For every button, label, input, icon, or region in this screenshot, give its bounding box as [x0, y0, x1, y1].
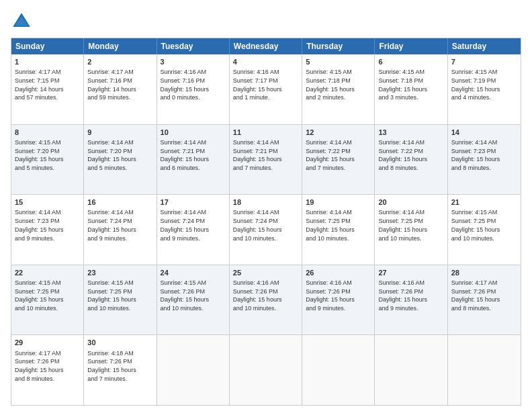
day-cell-24: 24Sunrise: 4:15 AM Sunset: 7:26 PM Dayli…: [157, 265, 230, 335]
calendar-row-1: 1Sunrise: 4:17 AM Sunset: 7:15 PM Daylig…: [11, 54, 521, 124]
day-info: Sunrise: 4:17 AM Sunset: 7:26 PM Dayligh…: [15, 350, 64, 382]
empty-cell: [375, 335, 447, 405]
calendar-row-2: 8Sunrise: 4:15 AM Sunset: 7:20 PM Daylig…: [11, 124, 521, 195]
day-number: 22: [15, 268, 80, 277]
day-number: 17: [161, 197, 226, 207]
day-info: Sunrise: 4:14 AM Sunset: 7:23 PM Dayligh…: [451, 139, 500, 171]
calendar-row-5: 29Sunrise: 4:17 AM Sunset: 7:26 PM Dayli…: [11, 334, 521, 405]
logo: [11, 11, 35, 32]
day-info: Sunrise: 4:17 AM Sunset: 7:26 PM Dayligh…: [451, 279, 500, 312]
day-info: Sunrise: 4:17 AM Sunset: 7:15 PM Dayligh…: [15, 68, 64, 101]
day-info: Sunrise: 4:14 AM Sunset: 7:24 PM Dayligh…: [87, 209, 136, 241]
day-number: 5: [306, 57, 371, 66]
day-info: Sunrise: 4:15 AM Sunset: 7:26 PM Dayligh…: [161, 279, 210, 312]
day-cell-11: 11Sunrise: 4:14 AM Sunset: 7:21 PM Dayli…: [230, 125, 302, 195]
day-cell-25: 25Sunrise: 4:16 AM Sunset: 7:26 PM Dayli…: [230, 265, 302, 335]
day-number: 26: [306, 268, 371, 277]
day-info: Sunrise: 4:15 AM Sunset: 7:18 PM Dayligh…: [306, 68, 355, 101]
header-day-monday: Monday: [84, 38, 157, 54]
day-cell-2: 2Sunrise: 4:17 AM Sunset: 7:16 PM Daylig…: [84, 54, 157, 124]
day-info: Sunrise: 4:16 AM Sunset: 7:26 PM Dayligh…: [378, 279, 427, 312]
day-cell-18: 18Sunrise: 4:14 AM Sunset: 7:24 PM Dayli…: [230, 195, 302, 265]
day-cell-21: 21Sunrise: 4:15 AM Sunset: 7:25 PM Dayli…: [448, 195, 521, 265]
day-number: 20: [378, 197, 443, 207]
day-info: Sunrise: 4:14 AM Sunset: 7:24 PM Dayligh…: [233, 209, 282, 241]
empty-cell: [230, 335, 302, 405]
calendar-row-3: 15Sunrise: 4:14 AM Sunset: 7:23 PM Dayli…: [11, 194, 521, 265]
day-number: 16: [87, 197, 152, 207]
day-number: 11: [233, 128, 298, 137]
day-info: Sunrise: 4:15 AM Sunset: 7:25 PM Dayligh…: [451, 209, 500, 241]
header-day-tuesday: Tuesday: [157, 38, 230, 54]
day-info: Sunrise: 4:14 AM Sunset: 7:25 PM Dayligh…: [378, 209, 427, 241]
day-cell-27: 27Sunrise: 4:16 AM Sunset: 7:26 PM Dayli…: [375, 265, 447, 335]
day-number: 28: [451, 268, 517, 277]
day-cell-7: 7Sunrise: 4:15 AM Sunset: 7:19 PM Daylig…: [448, 54, 521, 124]
header-day-friday: Friday: [375, 38, 447, 54]
day-number: 14: [451, 128, 517, 137]
day-info: Sunrise: 4:16 AM Sunset: 7:16 PM Dayligh…: [161, 68, 210, 101]
day-cell-26: 26Sunrise: 4:16 AM Sunset: 7:26 PM Dayli…: [302, 265, 375, 335]
day-cell-9: 9Sunrise: 4:14 AM Sunset: 7:20 PM Daylig…: [84, 125, 157, 195]
day-number: 10: [161, 128, 226, 137]
header: [11, 11, 521, 32]
calendar-header: SundayMondayTuesdayWednesdayThursdayFrid…: [11, 38, 521, 54]
day-cell-13: 13Sunrise: 4:14 AM Sunset: 7:22 PM Dayli…: [375, 125, 447, 195]
day-number: 30: [87, 338, 152, 347]
day-info: Sunrise: 4:14 AM Sunset: 7:24 PM Dayligh…: [161, 209, 210, 241]
day-info: Sunrise: 4:17 AM Sunset: 7:16 PM Dayligh…: [87, 68, 136, 101]
day-info: Sunrise: 4:15 AM Sunset: 7:19 PM Dayligh…: [451, 68, 500, 101]
empty-cell: [448, 335, 521, 405]
day-info: Sunrise: 4:15 AM Sunset: 7:20 PM Dayligh…: [15, 139, 64, 171]
day-cell-6: 6Sunrise: 4:15 AM Sunset: 7:18 PM Daylig…: [375, 54, 447, 124]
day-info: Sunrise: 4:14 AM Sunset: 7:20 PM Dayligh…: [87, 139, 136, 171]
day-cell-16: 16Sunrise: 4:14 AM Sunset: 7:24 PM Dayli…: [84, 195, 157, 265]
header-day-sunday: Sunday: [11, 38, 84, 54]
day-cell-14: 14Sunrise: 4:14 AM Sunset: 7:23 PM Dayli…: [448, 125, 521, 195]
header-day-thursday: Thursday: [302, 38, 375, 54]
day-number: 13: [378, 128, 443, 137]
day-number: 7: [451, 57, 517, 66]
day-cell-22: 22Sunrise: 4:15 AM Sunset: 7:25 PM Dayli…: [11, 265, 84, 335]
day-info: Sunrise: 4:14 AM Sunset: 7:25 PM Dayligh…: [306, 209, 355, 241]
day-number: 12: [306, 128, 371, 137]
day-number: 6: [378, 57, 443, 66]
day-info: Sunrise: 4:14 AM Sunset: 7:22 PM Dayligh…: [378, 139, 427, 171]
day-number: 21: [451, 197, 517, 207]
day-number: 2: [87, 57, 152, 66]
day-cell-3: 3Sunrise: 4:16 AM Sunset: 7:16 PM Daylig…: [157, 54, 230, 124]
day-number: 19: [306, 197, 371, 207]
day-number: 24: [161, 268, 226, 277]
day-info: Sunrise: 4:18 AM Sunset: 7:26 PM Dayligh…: [87, 350, 136, 382]
day-cell-8: 8Sunrise: 4:15 AM Sunset: 7:20 PM Daylig…: [11, 125, 84, 195]
day-info: Sunrise: 4:14 AM Sunset: 7:21 PM Dayligh…: [161, 139, 210, 171]
day-info: Sunrise: 4:14 AM Sunset: 7:23 PM Dayligh…: [15, 209, 64, 241]
day-cell-20: 20Sunrise: 4:14 AM Sunset: 7:25 PM Dayli…: [375, 195, 447, 265]
empty-cell: [157, 335, 230, 405]
logo-icon: [11, 11, 32, 32]
day-cell-17: 17Sunrise: 4:14 AM Sunset: 7:24 PM Dayli…: [157, 195, 230, 265]
day-cell-10: 10Sunrise: 4:14 AM Sunset: 7:21 PM Dayli…: [157, 125, 230, 195]
day-number: 4: [233, 57, 298, 66]
day-cell-5: 5Sunrise: 4:15 AM Sunset: 7:18 PM Daylig…: [302, 54, 375, 124]
day-info: Sunrise: 4:16 AM Sunset: 7:26 PM Dayligh…: [306, 279, 355, 312]
calendar-row-4: 22Sunrise: 4:15 AM Sunset: 7:25 PM Dayli…: [11, 265, 521, 335]
day-number: 18: [233, 197, 298, 207]
day-number: 15: [15, 197, 80, 207]
day-number: 8: [15, 128, 80, 137]
day-info: Sunrise: 4:14 AM Sunset: 7:21 PM Dayligh…: [233, 139, 282, 171]
calendar: SundayMondayTuesdayWednesdayThursdayFrid…: [11, 38, 521, 406]
day-info: Sunrise: 4:16 AM Sunset: 7:26 PM Dayligh…: [233, 279, 282, 312]
day-cell-28: 28Sunrise: 4:17 AM Sunset: 7:26 PM Dayli…: [448, 265, 521, 335]
day-cell-4: 4Sunrise: 4:16 AM Sunset: 7:17 PM Daylig…: [230, 54, 302, 124]
header-day-wednesday: Wednesday: [230, 38, 302, 54]
day-cell-29: 29Sunrise: 4:17 AM Sunset: 7:26 PM Dayli…: [11, 335, 84, 405]
day-cell-12: 12Sunrise: 4:14 AM Sunset: 7:22 PM Dayli…: [302, 125, 375, 195]
day-cell-23: 23Sunrise: 4:15 AM Sunset: 7:25 PM Dayli…: [84, 265, 157, 335]
day-info: Sunrise: 4:15 AM Sunset: 7:25 PM Dayligh…: [15, 279, 64, 312]
empty-cell: [302, 335, 375, 405]
day-info: Sunrise: 4:14 AM Sunset: 7:22 PM Dayligh…: [306, 139, 355, 171]
day-number: 3: [161, 57, 226, 66]
day-number: 25: [233, 268, 298, 277]
day-info: Sunrise: 4:16 AM Sunset: 7:17 PM Dayligh…: [233, 68, 282, 101]
